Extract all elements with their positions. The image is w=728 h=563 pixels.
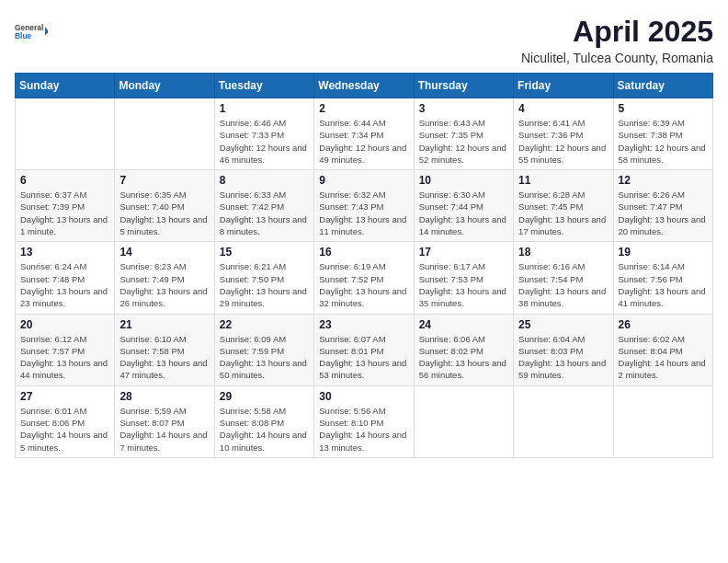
logo-icon: General Blue [15, 15, 48, 48]
day-cell: 17Sunrise: 6:17 AMSunset: 7:53 PMDayligh… [414, 242, 513, 314]
day-number: 5 [619, 102, 708, 115]
day-number: 29 [220, 390, 309, 403]
day-number: 30 [319, 390, 408, 403]
day-number: 16 [319, 246, 408, 259]
day-cell: 25Sunrise: 6:04 AMSunset: 8:03 PMDayligh… [514, 314, 613, 385]
svg-text:Blue: Blue [15, 31, 32, 40]
day-cell [514, 385, 613, 457]
day-cell [115, 98, 214, 170]
day-info: Sunrise: 6:07 AMSunset: 8:01 PMDaylight:… [319, 333, 408, 382]
day-cell [414, 385, 513, 457]
weekday-header-row: SundayMondayTuesdayWednesdayThursdayFrid… [16, 74, 713, 98]
day-number: 12 [619, 174, 708, 187]
day-cell: 16Sunrise: 6:19 AMSunset: 7:52 PMDayligh… [314, 242, 414, 314]
week-row-1: 1Sunrise: 6:46 AMSunset: 7:33 PMDaylight… [16, 98, 713, 170]
day-number: 14 [119, 246, 209, 259]
weekday-header-thursday: Thursday [414, 74, 513, 98]
day-info: Sunrise: 6:44 AMSunset: 7:34 PMDaylight:… [319, 117, 408, 166]
day-cell: 21Sunrise: 6:10 AMSunset: 7:58 PMDayligh… [115, 314, 214, 385]
day-info: Sunrise: 6:12 AMSunset: 7:57 PMDaylight:… [20, 333, 109, 382]
day-cell: 4Sunrise: 6:41 AMSunset: 7:36 PMDaylight… [514, 98, 613, 170]
day-info: Sunrise: 6:06 AMSunset: 8:02 PMDaylight:… [419, 333, 508, 382]
day-info: Sunrise: 6:10 AMSunset: 7:58 PMDaylight:… [119, 333, 209, 382]
day-cell [613, 385, 712, 457]
day-cell: 1Sunrise: 6:46 AMSunset: 7:33 PMDaylight… [214, 98, 313, 170]
day-cell: 18Sunrise: 6:16 AMSunset: 7:54 PMDayligh… [514, 242, 613, 314]
week-row-3: 13Sunrise: 6:24 AMSunset: 7:48 PMDayligh… [16, 242, 713, 314]
day-number: 1 [220, 102, 309, 115]
day-info: Sunrise: 6:24 AMSunset: 7:48 PMDaylight:… [20, 260, 109, 309]
day-cell: 10Sunrise: 6:30 AMSunset: 7:44 PMDayligh… [414, 170, 513, 242]
page-header: General Blue April 2025 Niculitel, Tulce… [15, 15, 713, 65]
day-number: 2 [319, 102, 408, 115]
day-number: 13 [20, 246, 109, 259]
day-cell: 22Sunrise: 6:09 AMSunset: 7:59 PMDayligh… [214, 314, 313, 385]
day-info: Sunrise: 6:46 AMSunset: 7:33 PMDaylight:… [220, 117, 309, 166]
day-cell: 9Sunrise: 6:32 AMSunset: 7:43 PMDaylight… [314, 170, 414, 242]
day-info: Sunrise: 6:01 AMSunset: 8:06 PMDaylight:… [20, 405, 109, 454]
weekday-header-friday: Friday [514, 74, 613, 98]
day-info: Sunrise: 6:43 AMSunset: 7:35 PMDaylight:… [419, 117, 508, 166]
day-number: 19 [619, 246, 708, 259]
week-row-4: 20Sunrise: 6:12 AMSunset: 7:57 PMDayligh… [16, 314, 713, 385]
svg-text:General: General [15, 23, 43, 32]
day-info: Sunrise: 6:41 AMSunset: 7:36 PMDaylight:… [518, 117, 608, 166]
day-info: Sunrise: 6:16 AMSunset: 7:54 PMDaylight:… [518, 260, 608, 309]
day-number: 7 [119, 174, 209, 187]
day-info: Sunrise: 6:32 AMSunset: 7:43 PMDaylight:… [319, 189, 408, 237]
weekday-header-tuesday: Tuesday [214, 74, 313, 98]
weekday-header-saturday: Saturday [613, 74, 712, 98]
weekday-header-wednesday: Wednesday [314, 74, 414, 98]
day-cell: 20Sunrise: 6:12 AMSunset: 7:57 PMDayligh… [16, 314, 115, 385]
day-info: Sunrise: 6:28 AMSunset: 7:45 PMDaylight:… [518, 189, 608, 237]
day-cell: 7Sunrise: 6:35 AMSunset: 7:40 PMDaylight… [115, 170, 214, 242]
week-row-5: 27Sunrise: 6:01 AMSunset: 8:06 PMDayligh… [16, 385, 713, 457]
day-number: 10 [419, 174, 508, 187]
day-number: 15 [220, 246, 309, 259]
day-cell: 24Sunrise: 6:06 AMSunset: 8:02 PMDayligh… [414, 314, 513, 385]
day-number: 20 [20, 318, 109, 331]
day-cell: 11Sunrise: 6:28 AMSunset: 7:45 PMDayligh… [514, 170, 613, 242]
day-info: Sunrise: 6:39 AMSunset: 7:38 PMDaylight:… [619, 117, 708, 166]
day-cell: 12Sunrise: 6:26 AMSunset: 7:47 PMDayligh… [613, 170, 712, 242]
day-cell [16, 98, 115, 170]
day-number: 17 [419, 246, 508, 259]
day-number: 25 [518, 318, 608, 331]
day-info: Sunrise: 5:59 AMSunset: 8:07 PMDaylight:… [119, 405, 209, 454]
day-number: 6 [20, 174, 109, 187]
day-cell: 26Sunrise: 6:02 AMSunset: 8:04 PMDayligh… [613, 314, 712, 385]
day-number: 9 [319, 174, 408, 187]
day-info: Sunrise: 5:58 AMSunset: 8:08 PMDaylight:… [220, 405, 309, 454]
svg-marker-2 [45, 27, 48, 36]
day-cell: 14Sunrise: 6:23 AMSunset: 7:49 PMDayligh… [115, 242, 214, 314]
day-info: Sunrise: 6:30 AMSunset: 7:44 PMDaylight:… [419, 189, 508, 237]
day-info: Sunrise: 6:19 AMSunset: 7:52 PMDaylight:… [319, 260, 408, 309]
day-info: Sunrise: 6:04 AMSunset: 8:03 PMDaylight:… [518, 333, 608, 382]
day-cell: 6Sunrise: 6:37 AMSunset: 7:39 PMDaylight… [16, 170, 115, 242]
month-title: April 2025 [521, 15, 713, 49]
day-info: Sunrise: 6:21 AMSunset: 7:50 PMDaylight:… [220, 260, 309, 309]
day-number: 28 [119, 390, 209, 403]
day-info: Sunrise: 6:09 AMSunset: 7:59 PMDaylight:… [220, 333, 309, 382]
day-cell: 27Sunrise: 6:01 AMSunset: 8:06 PMDayligh… [16, 385, 115, 457]
day-number: 11 [518, 174, 608, 187]
title-area: April 2025 Niculitel, Tulcea County, Rom… [521, 15, 713, 65]
weekday-header-monday: Monday [115, 74, 214, 98]
day-cell: 19Sunrise: 6:14 AMSunset: 7:56 PMDayligh… [613, 242, 712, 314]
logo: General Blue [15, 15, 48, 48]
day-cell: 29Sunrise: 5:58 AMSunset: 8:08 PMDayligh… [214, 385, 313, 457]
day-cell: 15Sunrise: 6:21 AMSunset: 7:50 PMDayligh… [214, 242, 313, 314]
day-cell: 30Sunrise: 5:56 AMSunset: 8:10 PMDayligh… [314, 385, 414, 457]
location-subtitle: Niculitel, Tulcea County, Romania [521, 51, 713, 65]
day-cell: 3Sunrise: 6:43 AMSunset: 7:35 PMDaylight… [414, 98, 513, 170]
day-info: Sunrise: 6:23 AMSunset: 7:49 PMDaylight:… [119, 260, 209, 309]
day-number: 24 [419, 318, 508, 331]
day-number: 8 [220, 174, 309, 187]
day-info: Sunrise: 6:17 AMSunset: 7:53 PMDaylight:… [419, 260, 508, 309]
day-info: Sunrise: 6:02 AMSunset: 8:04 PMDaylight:… [619, 333, 708, 382]
day-cell: 13Sunrise: 6:24 AMSunset: 7:48 PMDayligh… [16, 242, 115, 314]
day-cell: 8Sunrise: 6:33 AMSunset: 7:42 PMDaylight… [214, 170, 313, 242]
week-row-2: 6Sunrise: 6:37 AMSunset: 7:39 PMDaylight… [16, 170, 713, 242]
day-info: Sunrise: 6:14 AMSunset: 7:56 PMDaylight:… [619, 260, 708, 309]
calendar-table: SundayMondayTuesdayWednesdayThursdayFrid… [15, 73, 713, 458]
